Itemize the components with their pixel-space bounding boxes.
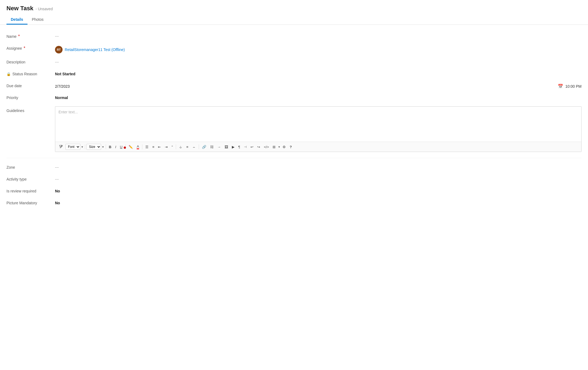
assignee-link[interactable]: RetailStoremanager11 Test (Offline) xyxy=(65,47,125,52)
source-button[interactable]: ⊣ xyxy=(242,144,248,150)
size-dropdown-icon: ▼ xyxy=(102,145,104,148)
blockquote-button[interactable]: " xyxy=(170,144,174,150)
show-blocks-button[interactable]: ¶ xyxy=(237,144,242,150)
indent-button[interactable]: ⇥ xyxy=(163,144,169,150)
activity-type-label: Activity type xyxy=(6,176,55,181)
assignee-inner: RT RetailStoremanager11 Test (Offline) xyxy=(55,46,582,53)
align-left-icon: ⫝ xyxy=(179,145,183,149)
toolbar-divider-5 xyxy=(176,144,176,149)
zone-label-text: Zone xyxy=(6,165,15,169)
is-review-required-value[interactable]: No xyxy=(55,188,582,193)
code-button[interactable]: </> xyxy=(262,144,271,150)
priority-label-text: Priority xyxy=(6,96,18,100)
align-center-button[interactable]: ≡ xyxy=(185,144,190,150)
tab-photos[interactable]: Photos xyxy=(27,15,48,25)
unordered-list-icon: ☰ xyxy=(145,145,149,149)
table-icon: ⊞ xyxy=(273,145,276,149)
bold-button[interactable]: B xyxy=(107,144,113,150)
name-value[interactable]: --- xyxy=(55,33,582,38)
description-label: Description xyxy=(6,59,55,64)
status-reason-row: 🔒 Status Reason Not Started xyxy=(6,68,582,80)
image-button[interactable]: 🖼 xyxy=(223,144,230,150)
format-brush-button[interactable] xyxy=(57,144,65,150)
ordered-list-icon: ≡ xyxy=(152,145,154,149)
due-date-inner: 2/7/2023 📅 10:00 PM xyxy=(55,84,582,89)
picture-mandatory-row: Picture Mandatory No xyxy=(6,197,582,209)
assignee-value: RT RetailStoremanager11 Test (Offline) xyxy=(55,45,582,53)
status-reason-label-text: Status Reason xyxy=(12,72,37,76)
special-char-button[interactable]: → xyxy=(216,144,222,150)
editor-body[interactable]: Enter text... xyxy=(55,107,581,142)
tab-details[interactable]: Details xyxy=(6,15,27,25)
activity-type-label-text: Activity type xyxy=(6,177,27,181)
priority-value[interactable]: Normal xyxy=(55,94,582,100)
font-color-button[interactable]: A xyxy=(135,144,141,150)
highlight-icon: ✏️ xyxy=(129,145,133,149)
description-value[interactable]: --- xyxy=(55,59,582,64)
page-title: New Task - Unsaved xyxy=(6,5,582,12)
italic-button[interactable]: I xyxy=(114,144,118,150)
due-time-value[interactable]: 10:00 PM xyxy=(565,84,582,89)
guidelines-label: Guidelines xyxy=(6,106,55,113)
settings-icon: ⚙ xyxy=(283,145,286,149)
assignee-label: Assignee * xyxy=(6,45,55,51)
image-icon: 🖼 xyxy=(225,145,228,149)
lock-icon: 🔒 xyxy=(6,72,11,76)
blockquote-icon: " xyxy=(171,145,173,149)
link-icon: 🔗 xyxy=(202,145,206,149)
settings-button[interactable]: ⚙ xyxy=(281,144,287,150)
underline-button[interactable]: U xyxy=(118,144,124,150)
section-divider xyxy=(6,158,582,158)
toolbar-divider-2 xyxy=(106,144,106,149)
unlink-button[interactable]: ⛓ xyxy=(208,144,215,150)
source-icon: ⊣ xyxy=(244,145,247,149)
media-icon: ▶ xyxy=(232,145,235,149)
highlight-button[interactable]: ✏️ xyxy=(127,144,135,150)
toolbar-divider-1 xyxy=(85,144,85,149)
page-header: New Task - Unsaved Details Photos xyxy=(0,0,588,25)
unlink-icon: ⛓ xyxy=(210,145,214,149)
tabs-container: Details Photos xyxy=(6,15,582,25)
avatar: RT xyxy=(55,46,63,53)
due-date-label: Due date xyxy=(6,83,55,88)
description-row: Description --- xyxy=(6,56,582,68)
picture-mandatory-value[interactable]: No xyxy=(55,200,582,205)
ordered-list-button[interactable]: ≡ xyxy=(151,144,156,150)
align-right-button[interactable]: ⫠ xyxy=(191,144,197,150)
size-select[interactable]: Size xyxy=(87,144,101,150)
outdent-button[interactable]: ⇤ xyxy=(156,144,163,150)
name-required-star: * xyxy=(18,34,20,39)
assignee-required-star: * xyxy=(24,46,25,51)
priority-label: Priority xyxy=(6,94,55,100)
redo-button[interactable]: ↪ xyxy=(256,144,262,150)
code-icon: </> xyxy=(264,145,269,149)
link-button[interactable]: 🔗 xyxy=(200,144,208,150)
due-date-value[interactable]: 2/7/2023 xyxy=(55,84,558,89)
help-button[interactable]: ? xyxy=(288,144,293,150)
redo-icon: ↪ xyxy=(257,145,260,149)
align-left-button[interactable]: ⫝ xyxy=(177,144,184,150)
undo-button[interactable]: ↩ xyxy=(249,144,255,150)
font-select[interactable]: Font xyxy=(66,144,80,150)
zone-value[interactable]: --- xyxy=(55,164,582,169)
is-review-required-row: Is review required No xyxy=(6,185,582,197)
table-button[interactable]: ⊞ xyxy=(271,144,277,150)
unordered-list-button[interactable]: ☰ xyxy=(144,144,150,150)
name-row: Name * --- xyxy=(6,30,582,42)
assignee-row: Assignee * RT RetailStoremanager11 Test … xyxy=(6,42,582,56)
is-review-required-label-text: Is review required xyxy=(6,189,36,193)
calendar-icon: 📅 xyxy=(558,84,563,89)
guidelines-section: Guidelines Enter text... Font ▼ Size ▼ xyxy=(6,104,582,155)
zone-label: Zone xyxy=(6,164,55,169)
toolbar-divider-6 xyxy=(199,144,199,149)
name-label: Name * xyxy=(6,33,55,39)
outdent-icon: ⇤ xyxy=(158,145,161,149)
align-center-icon: ≡ xyxy=(186,145,188,149)
status-reason-value[interactable]: Not Started xyxy=(55,71,582,76)
editor-placeholder: Enter text... xyxy=(59,110,78,114)
name-label-text: Name xyxy=(6,34,16,39)
activity-type-value[interactable]: --- xyxy=(55,176,582,181)
media-button[interactable]: ▶ xyxy=(230,144,236,150)
picture-mandatory-label: Picture Mandatory xyxy=(6,200,55,205)
status-reason-label: 🔒 Status Reason xyxy=(6,71,55,76)
